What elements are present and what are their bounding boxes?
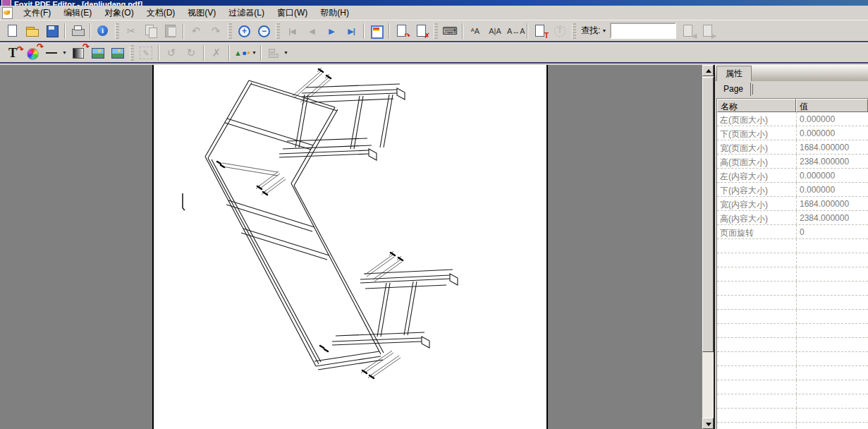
property-row-2[interactable]: 宽(页面大小)1684.000000 <box>717 140 868 155</box>
hex-editor-button[interactable]: ⌨ <box>441 23 459 40</box>
property-row-1[interactable]: 下(页面大小)0.000000 <box>717 126 868 140</box>
vertical-scrollbar[interactable] <box>702 65 714 429</box>
property-row-4[interactable]: 左(内容大小)0.000000 <box>717 169 868 183</box>
menu-view[interactable]: 视图(V) <box>181 6 222 20</box>
font-size-button[interactable]: ᴬA <box>466 23 484 40</box>
property-value[interactable]: 0.000000 <box>796 126 868 140</box>
dropdown-arrow[interactable]: ▼ <box>250 50 258 55</box>
property-value[interactable]: 0.000000 <box>796 169 868 182</box>
save-document-button[interactable] <box>43 23 61 40</box>
toolbar-drag-handle[interactable] <box>276 23 280 39</box>
add-text-object-button[interactable]: T <box>4 44 22 61</box>
scrollbar-thumb[interactable] <box>702 77 714 352</box>
scroll-up-button[interactable] <box>702 65 714 76</box>
menu-filter[interactable]: 过滤器(L) <box>222 6 271 20</box>
property-row-3[interactable]: 高(页面大小)2384.000000 <box>717 155 868 169</box>
property-row-5[interactable]: 下(内容大小)0.000000 <box>717 183 868 197</box>
delete-page-icon: ✗ <box>414 23 429 39</box>
insert-text-button[interactable]: T <box>531 23 549 40</box>
property-value[interactable]: 1684.000000 <box>796 140 868 154</box>
zoom-in-button[interactable] <box>235 23 253 40</box>
text-circle-tool-button <box>551 23 569 40</box>
zoom-out-button[interactable] <box>255 23 273 40</box>
property-value[interactable]: 0.000000 <box>796 183 868 196</box>
edit-image-button[interactable] <box>89 44 107 61</box>
new-document-button[interactable] <box>4 23 22 40</box>
dropdown-arrow[interactable]: ▼ <box>282 50 290 55</box>
last-page-button[interactable]: ▶| <box>342 23 360 40</box>
column-header-value[interactable]: 值 <box>796 99 868 112</box>
menu-object[interactable]: 对象(O) <box>98 6 140 20</box>
fill-gradient-button[interactable] <box>69 44 87 61</box>
property-row-8[interactable]: 页面旋转0 <box>717 225 868 239</box>
menu-document[interactable]: 文档(D) <box>140 6 182 20</box>
dropdown-arrow[interactable]: ▼ <box>600 28 608 33</box>
toolbar-drag-handle[interactable] <box>115 23 119 39</box>
property-name: 页面旋转 <box>717 225 796 238</box>
hex-editor-icon: ⌨ <box>442 23 458 39</box>
print-button[interactable] <box>68 23 87 40</box>
property-name <box>717 253 796 267</box>
properties-tab[interactable]: 属性 <box>716 66 752 81</box>
property-value[interactable]: 2384.000000 <box>796 211 868 224</box>
page-thumbnails-icon <box>369 23 384 39</box>
property-value[interactable]: 2384.000000 <box>796 155 868 168</box>
copy-icon <box>143 23 159 39</box>
edit-object-icon <box>138 45 154 61</box>
line-style-button[interactable] <box>43 44 61 61</box>
new-document-icon <box>5 23 20 39</box>
expand-text-icon: A↔A <box>507 23 522 39</box>
condense-text-button[interactable]: A|A <box>486 23 504 40</box>
next-page-button[interactable]: ▶ <box>322 23 341 40</box>
property-value[interactable]: 0.000000 <box>796 112 868 126</box>
rotate-page-button[interactable]: ↷ <box>393 23 411 40</box>
property-name <box>717 338 796 351</box>
menu-help[interactable]: 帮助(H) <box>314 6 355 20</box>
property-value <box>796 253 868 267</box>
pdf-page[interactable] <box>152 65 548 429</box>
menu-edit[interactable]: 编辑(E) <box>57 6 98 20</box>
document-canvas-area[interactable]: 属性 Page 名称 值 左(页面大小)0.000000下(页面大小)0.000… <box>0 65 868 429</box>
property-value[interactable]: 1684.000000 <box>796 197 868 210</box>
empty-row <box>717 310 868 324</box>
property-row-0[interactable]: 左(页面大小)0.000000 <box>717 112 868 126</box>
menu-file[interactable]: 文件(F) <box>17 6 57 20</box>
property-value <box>796 310 868 323</box>
zoom-out-icon <box>256 23 271 39</box>
toolbar-drag-handle[interactable] <box>130 45 134 61</box>
document-info-button[interactable] <box>94 23 112 40</box>
toolbar-drag-handle[interactable] <box>228 23 232 39</box>
property-row-7[interactable]: 高(内容大小)2384.000000 <box>717 211 868 225</box>
property-row-6[interactable]: 宽(内容大小)1684.000000 <box>717 197 868 211</box>
toolbar-drag-handle[interactable] <box>434 23 438 39</box>
toolbar-drag-handle[interactable] <box>572 23 576 39</box>
dropdown-arrow[interactable]: ▼ <box>61 50 68 55</box>
insert-text-icon: T <box>532 23 548 39</box>
property-value <box>796 338 868 351</box>
document-window-icon[interactable] <box>2 7 13 19</box>
line-style-icon <box>44 45 60 61</box>
rotate-object-left-icon: ↺ <box>164 45 179 61</box>
page-thumbnails-button[interactable] <box>367 23 386 40</box>
empty-row <box>717 380 868 394</box>
property-value[interactable]: 0 <box>796 225 868 238</box>
expand-text-button[interactable]: A↔A <box>506 23 524 40</box>
column-header-name[interactable]: 名称 <box>717 99 796 112</box>
toolbar-separator <box>203 45 204 61</box>
property-value <box>796 296 868 309</box>
color-picker-button[interactable] <box>23 44 42 61</box>
insert-shapes-button[interactable]: ▲●● <box>233 44 251 61</box>
scroll-down-button[interactable] <box>702 418 714 429</box>
tab-page[interactable]: Page <box>716 83 751 96</box>
undo-icon: ↶ <box>188 23 204 39</box>
find-input[interactable] <box>610 23 676 39</box>
menu-window[interactable]: 窗口(W) <box>271 6 314 20</box>
toolbar-separator <box>158 45 159 61</box>
delete-page-button[interactable]: ✗ <box>412 23 431 40</box>
open-document-button[interactable] <box>23 23 42 40</box>
properties-panel-header: 属性 <box>715 65 868 81</box>
toolbar-separator <box>389 23 390 39</box>
property-value <box>796 352 868 365</box>
toolbar-separator <box>363 23 365 39</box>
add-image-button[interactable] <box>109 44 127 61</box>
